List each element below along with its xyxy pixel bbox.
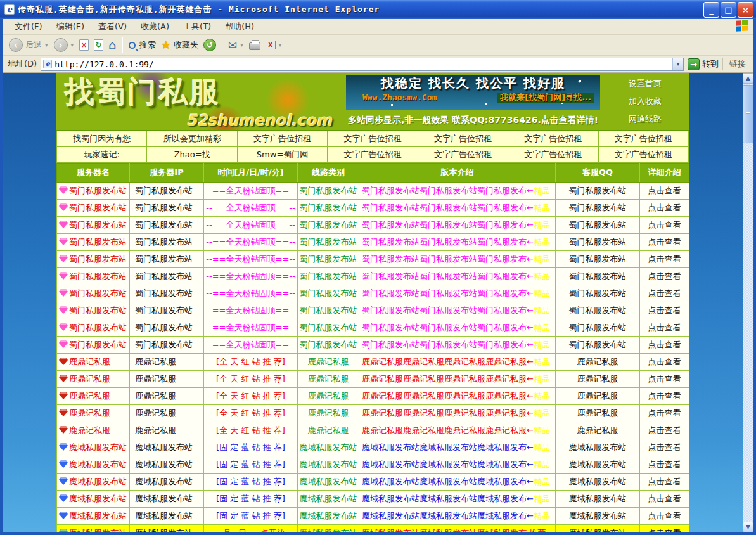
go-button[interactable]: → 转到 — [688, 58, 719, 70]
quick-link[interactable]: 加入收藏 — [629, 96, 662, 107]
ad-slot-cell[interactable]: 文字广告位招租 — [418, 131, 508, 146]
server-name[interactable]: 鹿鼎记私服 — [69, 357, 110, 366]
detail-link-cell[interactable]: 点击查看 — [640, 422, 689, 439]
version-text[interactable]: 蜀门私服发布站蜀门私服发布站蜀门私服发布← — [362, 288, 534, 298]
detail-link-cell[interactable]: 点击查看 — [640, 524, 689, 532]
detail-link-cell[interactable]: 点击查看 — [640, 182, 689, 199]
server-name-cell[interactable]: 蜀门私服发布站 — [57, 216, 130, 233]
search-button[interactable]: 搜索 — [126, 38, 158, 52]
server-name[interactable]: 蜀门私服发布站 — [69, 271, 127, 281]
version-text[interactable]: 蜀门私服发布站蜀门私服发布站蜀门私服发布← — [362, 340, 534, 349]
server-version-cell[interactable]: 蜀门私服发布站蜀门私服发布站蜀门私服发布←精品 — [359, 268, 556, 285]
detail-link-cell[interactable]: 点击查看 — [640, 336, 689, 353]
version-text[interactable]: 蜀门私服发布站蜀门私服发布站蜀门私服发布← — [362, 186, 534, 195]
server-version-cell[interactable]: 蜀门私服发布站蜀门私服发布站蜀门私服发布←精品 — [359, 285, 556, 302]
ad-slot-cell[interactable]: 文字广告位招租 — [328, 146, 418, 162]
detail-link-cell[interactable]: 点击查看 — [640, 473, 689, 490]
server-name-cell[interactable]: 蜀门私服发布站 — [57, 199, 130, 216]
server-name[interactable]: 蜀门私服发布站 — [69, 220, 127, 229]
stop-button[interactable]: × — [77, 38, 91, 52]
server-name[interactable]: 蜀门私服发布站 — [69, 237, 127, 247]
version-text[interactable]: 蜀门私服发布站蜀门私服发布站蜀门私服发布← — [362, 203, 534, 212]
server-name[interactable]: 蜀门私服发布站 — [69, 340, 127, 349]
detail-link-cell[interactable]: 点击查看 — [640, 404, 689, 422]
server-name-cell[interactable]: 魔域私服发布站 — [57, 473, 130, 490]
edit-button[interactable]: X ▾ — [263, 39, 285, 51]
server-version-cell[interactable]: 鹿鼎记私服鹿鼎记私服鹿鼎记私服鹿鼎记私服←精品 — [359, 422, 556, 439]
ad-slot-cell[interactable]: 文字广告位招租 — [328, 131, 418, 146]
server-name-cell[interactable]: 鹿鼎记私服 — [57, 404, 130, 422]
version-text[interactable]: 魔域私服发布站魔域私服发布站魔域私服发布← — [362, 442, 534, 452]
server-name-cell[interactable]: 蜀门私服发布站 — [57, 182, 130, 199]
close-button[interactable]: × — [738, 2, 753, 18]
server-name-cell[interactable]: 魔域私服发布站 — [57, 456, 130, 473]
version-text[interactable]: 鹿鼎记私服鹿鼎记私服鹿鼎记私服鹿鼎记私服← — [362, 391, 534, 401]
menu-item[interactable]: 收藏(A) — [134, 19, 176, 34]
server-name[interactable]: 魔域私服发布站 — [69, 460, 127, 469]
server-name[interactable]: 鹿鼎记私服 — [69, 391, 110, 401]
server-name-cell[interactable]: 蜀门私服发布站 — [57, 336, 130, 353]
server-version-cell[interactable]: 蜀门私服发布站蜀门私服发布站蜀门私服发布←精品 — [359, 336, 556, 353]
server-name-cell[interactable]: 蜀门私服发布站 — [57, 319, 130, 336]
banner-ad[interactable]: 找稳定 找长久 找公平 找好服 Www.Zhaosmw.Com 我就来[找蜀门网… — [345, 73, 601, 130]
links-label[interactable]: 链接 — [722, 58, 751, 70]
version-text[interactable]: 鹿鼎记私服鹿鼎记私服鹿鼎记私服鹿鼎记私服← — [362, 425, 534, 435]
server-version-cell[interactable]: 蜀门私服发布站蜀门私服发布站蜀门私服发布←精品 — [359, 319, 556, 336]
server-name-cell[interactable]: 蜀门私服发布站 — [57, 250, 130, 268]
mail-button[interactable]: ✉ ▾ — [226, 37, 247, 53]
server-name-cell[interactable]: 鹿鼎记私服 — [57, 353, 130, 370]
detail-link-cell[interactable]: 点击查看 — [640, 456, 689, 473]
server-version-cell[interactable]: 鹿鼎记私服鹿鼎记私服鹿鼎记私服鹿鼎记私服←精品 — [359, 370, 556, 387]
server-version-cell[interactable]: 魔域私服发布站魔域私服发布站魔域私服发布←精品 — [359, 473, 556, 490]
home-button[interactable]: ⌂ — [106, 37, 119, 53]
server-version-cell[interactable]: 魔域私服发布站魔域私服发布站魔域私服发布←精品 — [359, 439, 556, 456]
menu-item[interactable]: 编辑(E) — [49, 19, 91, 34]
server-name-cell[interactable]: 魔域私服发布站 — [57, 507, 130, 524]
server-name[interactable]: 蜀门私服发布站 — [69, 323, 127, 332]
server-version-cell[interactable]: 魔域私服发布站魔域私服发布站魔域私服发布←精品 — [359, 507, 556, 524]
server-version-cell[interactable]: 鹿鼎记私服鹿鼎记私服鹿鼎记私服鹿鼎记私服←精品 — [359, 353, 556, 370]
ad-slot-cell[interactable]: 文字广告位招租 — [508, 146, 598, 162]
forward-button[interactable]: › ▾ — [51, 37, 77, 53]
server-name-cell[interactable]: 蜀门私服发布站 — [57, 233, 130, 250]
version-text[interactable]: 鹿鼎记私服鹿鼎记私服鹿鼎记私服鹿鼎记私服← — [362, 408, 534, 418]
server-name-cell[interactable]: 魔域私服发布站 — [57, 490, 130, 507]
minimize-button[interactable]: _ — [703, 2, 719, 18]
server-version-cell[interactable]: 蜀门私服发布站蜀门私服发布站蜀门私服发布←精品 — [359, 182, 556, 199]
server-name-cell[interactable]: 鹿鼎记私服 — [57, 370, 130, 387]
server-name[interactable]: 鹿鼎记私服 — [69, 408, 110, 418]
vertical-scrollbar[interactable]: ▲ ▼ — [743, 73, 753, 532]
version-text[interactable]: 蜀门私服发布站蜀门私服发布站蜀门私服发布← — [362, 237, 534, 247]
mail-dropdown-icon[interactable]: ▾ — [240, 42, 244, 48]
server-name-cell[interactable]: 蜀门私服发布站 — [57, 285, 130, 302]
server-version-cell[interactable]: 魔域私服发布站魔域私服发布站魔域私服发布←精品 — [359, 456, 556, 473]
site-logo[interactable]: 找蜀门私服 52shumenol.com — [56, 73, 345, 130]
server-version-cell[interactable]: 鹿鼎记私服鹿鼎记私服鹿鼎记私服鹿鼎记私服←精品 — [359, 387, 556, 404]
server-name[interactable]: 魔域私服发布站 — [69, 442, 127, 452]
server-version-cell[interactable]: 鹿鼎记私服鹿鼎记私服鹿鼎记私服鹿鼎记私服←精品 — [359, 404, 556, 422]
detail-link-cell[interactable]: 点击查看 — [640, 285, 689, 302]
forward-dropdown-icon[interactable]: ▾ — [70, 42, 75, 48]
quick-link[interactable]: 设置首页 — [629, 78, 662, 89]
server-version-cell[interactable]: 蜀门私服发布站蜀门私服发布站蜀门私服发布←精品 — [359, 199, 556, 216]
server-name[interactable]: 鹿鼎记私服 — [69, 425, 110, 435]
detail-link-cell[interactable]: 点击查看 — [640, 319, 689, 336]
server-name-cell[interactable]: 蜀门私服发布站 — [57, 302, 130, 319]
history-button[interactable]: ↺ — [201, 37, 219, 53]
detail-link-cell[interactable]: 点击查看 — [640, 233, 689, 250]
detail-link-cell[interactable]: 点击查看 — [640, 302, 689, 319]
version-text[interactable]: 魔域私服发布站魔域私服发布站魔域私服发布← — [362, 477, 534, 486]
version-text[interactable]: 魔域私服发布站魔域私服发布站魔域私服发布← — [362, 460, 534, 469]
server-version-cell[interactable]: 蜀门私服发布站蜀门私服发布站蜀门私服发布←精品 — [359, 216, 556, 233]
scroll-down-icon[interactable]: ▼ — [743, 522, 753, 532]
menu-item[interactable]: 帮助(H) — [218, 19, 261, 34]
version-text[interactable]: 蜀门私服发布站蜀门私服发布站蜀门私服发布← — [362, 271, 534, 281]
server-name[interactable]: 蜀门私服发布站 — [69, 186, 127, 195]
server-version-cell[interactable]: 蜀门私服发布站蜀门私服发布站蜀门私服发布←精品 — [359, 302, 556, 319]
version-text[interactable]: 蜀门私服发布站蜀门私服发布站蜀门私服发布← — [362, 254, 534, 264]
server-name-cell[interactable]: 鹿鼎记私服 — [57, 422, 130, 439]
scrollbar-thumb[interactable] — [743, 85, 753, 143]
print-button[interactable] — [247, 39, 263, 51]
favorites-button[interactable]: ★ 收藏夹 — [158, 38, 201, 52]
server-name[interactable]: 鹿鼎记私服 — [69, 374, 110, 384]
